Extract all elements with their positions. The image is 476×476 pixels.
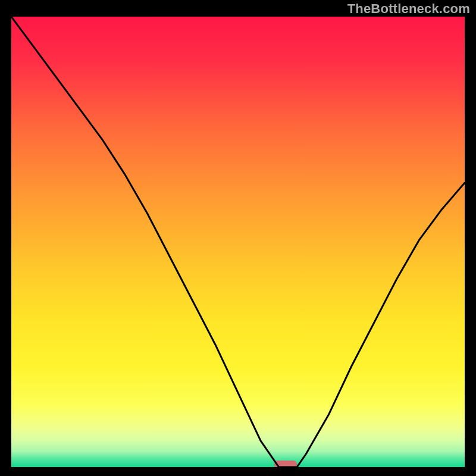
bottleneck-chart xyxy=(11,17,465,467)
chart-frame: TheBottleneck.com xyxy=(0,0,476,476)
chart-background xyxy=(11,17,465,467)
watermark-text: TheBottleneck.com xyxy=(347,1,470,17)
